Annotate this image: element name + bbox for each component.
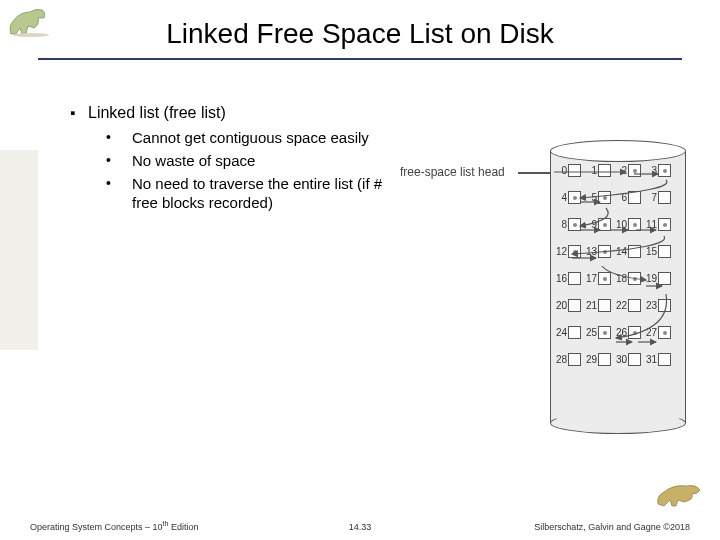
block-number: 8 (554, 219, 567, 230)
list-item-text: No waste of space (132, 151, 400, 170)
block-number: 22 (614, 300, 627, 311)
cylinder-top (550, 140, 686, 162)
free-space-label: free-space list head (400, 165, 505, 179)
block-number: 17 (584, 273, 597, 284)
slide-title: Linked Free Space List on Disk (0, 18, 720, 50)
footer-left: Operating System Concepts – 10th Edition (30, 520, 198, 532)
block-cell: 31 (644, 353, 671, 366)
block-cell: 8 (554, 218, 581, 231)
block-box (568, 272, 581, 285)
block-row: 12131415 (554, 245, 674, 258)
list-heading-row: ▪ Linked list (free list) (70, 104, 400, 122)
block-box (628, 353, 641, 366)
block-cell: 23 (644, 299, 671, 312)
block-box (658, 191, 671, 204)
cylinder-bottom (550, 412, 686, 434)
block-box (598, 218, 611, 231)
title-rule (38, 58, 682, 60)
block-row: 891011 (554, 218, 674, 231)
block-number: 4 (554, 192, 567, 203)
block-box (568, 164, 581, 177)
block-box (628, 218, 641, 231)
list-item: • Cannot get contiguous space easily (106, 128, 400, 147)
disk-diagram: free-space list head 0123456789101112131… (400, 140, 690, 440)
block-cell: 21 (584, 299, 611, 312)
dot-bullet: • (106, 174, 132, 212)
block-cell: 3 (644, 164, 671, 177)
dot-bullet: • (106, 151, 132, 170)
footer-page: 14.33 (349, 522, 372, 532)
block-cell: 6 (614, 191, 641, 204)
block-cell: 7 (644, 191, 671, 204)
block-box (628, 164, 641, 177)
block-number: 5 (584, 192, 597, 203)
square-bullet: ▪ (70, 104, 88, 122)
block-cell: 16 (554, 272, 581, 285)
block-number: 6 (614, 192, 627, 203)
block-cell: 25 (584, 326, 611, 339)
pointer-line (518, 172, 554, 174)
block-number: 20 (554, 300, 567, 311)
block-box (628, 299, 641, 312)
left-ledge (0, 150, 38, 350)
block-box (658, 353, 671, 366)
block-number: 10 (614, 219, 627, 230)
bullet-content: ▪ Linked list (free list) • Cannot get c… (70, 104, 400, 216)
block-box (568, 191, 581, 204)
block-row: 4567 (554, 191, 674, 204)
block-box (598, 164, 611, 177)
block-box (628, 272, 641, 285)
block-cell: 0 (554, 164, 581, 177)
block-number: 21 (584, 300, 597, 311)
block-cell: 28 (554, 353, 581, 366)
block-cell: 17 (584, 272, 611, 285)
block-box (628, 326, 641, 339)
block-number: 23 (644, 300, 657, 311)
block-box (568, 326, 581, 339)
list-item: • No need to traverse the entire list (i… (106, 174, 400, 212)
block-cell: 30 (614, 353, 641, 366)
block-number: 29 (584, 354, 597, 365)
block-box (568, 353, 581, 366)
block-number: 24 (554, 327, 567, 338)
block-box (598, 272, 611, 285)
block-number: 25 (584, 327, 597, 338)
list-item-text: Cannot get contiguous space easily (132, 128, 400, 147)
block-cell: 9 (584, 218, 611, 231)
block-box (568, 218, 581, 231)
block-number: 16 (554, 273, 567, 284)
footer-right: Silberschatz, Galvin and Gagne ©2018 (534, 522, 690, 532)
block-row: 28293031 (554, 353, 674, 366)
block-number: 14 (614, 246, 627, 257)
block-number: 7 (644, 192, 657, 203)
block-number: 13 (584, 246, 597, 257)
block-box (658, 218, 671, 231)
block-number: 26 (614, 327, 627, 338)
block-row: 24252627 (554, 326, 674, 339)
dot-bullet: • (106, 128, 132, 147)
block-number: 31 (644, 354, 657, 365)
block-cell: 1 (584, 164, 611, 177)
block-box (628, 245, 641, 258)
block-number: 27 (644, 327, 657, 338)
block-cell: 26 (614, 326, 641, 339)
block-cell: 12 (554, 245, 581, 258)
block-cell: 29 (584, 353, 611, 366)
block-box (568, 245, 581, 258)
block-box (658, 245, 671, 258)
block-box (658, 164, 671, 177)
block-number: 30 (614, 354, 627, 365)
block-cell: 2 (614, 164, 641, 177)
block-number: 19 (644, 273, 657, 284)
block-box (598, 191, 611, 204)
block-cell: 13 (584, 245, 611, 258)
block-cell: 4 (554, 191, 581, 204)
block-cell: 15 (644, 245, 671, 258)
block-box (658, 272, 671, 285)
block-box (568, 299, 581, 312)
block-row: 0123 (554, 164, 674, 177)
block-cell: 19 (644, 272, 671, 285)
block-cell: 20 (554, 299, 581, 312)
block-row: 16171819 (554, 272, 674, 285)
block-box (598, 353, 611, 366)
